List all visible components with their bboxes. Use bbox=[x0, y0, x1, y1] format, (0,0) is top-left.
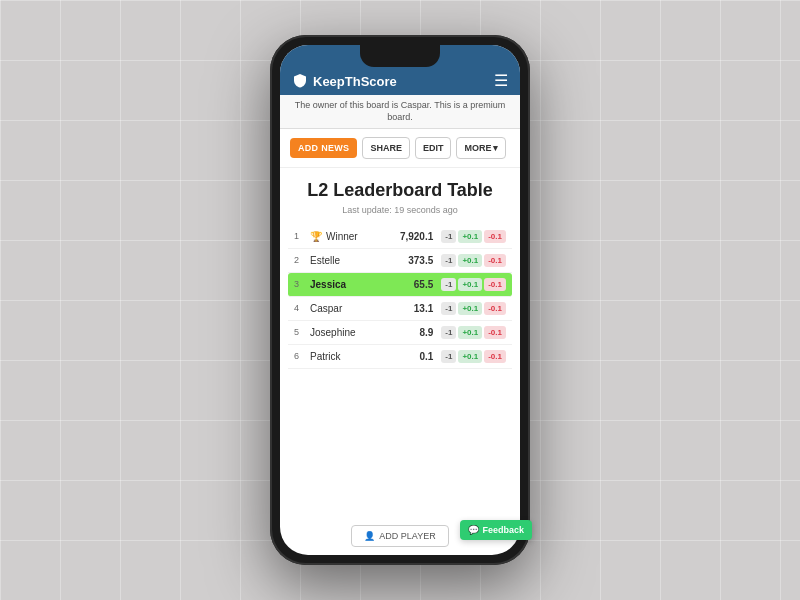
player-name: Caspar bbox=[310, 303, 410, 314]
minus-one-button[interactable]: -1 bbox=[441, 278, 456, 291]
brand-name: KeepThScore bbox=[313, 74, 397, 89]
player-name: Josephine bbox=[310, 327, 415, 338]
minus-one-button[interactable]: -1 bbox=[441, 254, 456, 267]
player-name: Patrick bbox=[310, 351, 415, 362]
player-score: 8.9 bbox=[419, 327, 433, 338]
table-row: 3 Jessica 65.5 -1 +0.1 -0.1 bbox=[288, 273, 512, 297]
table-row: 1 🏆 Winner 7,920.1 -1 +0.1 -0.1 bbox=[288, 225, 512, 249]
edit-button[interactable]: EDIT bbox=[415, 137, 452, 159]
hamburger-icon[interactable]: ☰ bbox=[494, 73, 508, 89]
score-buttons: -1 +0.1 -0.1 bbox=[441, 278, 506, 291]
chevron-down-icon: ▾ bbox=[493, 143, 498, 153]
table-row: 2 Estelle 373.5 -1 +0.1 -0.1 bbox=[288, 249, 512, 273]
player-rank: 5 bbox=[294, 327, 306, 337]
plus-point-one-button[interactable]: +0.1 bbox=[458, 278, 482, 291]
feedback-button[interactable]: 💬 Feedback bbox=[460, 520, 532, 540]
plus-point-one-button[interactable]: +0.1 bbox=[458, 230, 482, 243]
plus-point-one-button[interactable]: +0.1 bbox=[458, 254, 482, 267]
minus-one-button[interactable]: -1 bbox=[441, 230, 456, 243]
title-area: L2 Leaderboard Table Last update: 19 sec… bbox=[280, 168, 520, 225]
action-row: ADD NEWS SHARE EDIT MORE ▾ bbox=[280, 129, 520, 168]
minus-point-one-button[interactable]: -0.1 bbox=[484, 254, 506, 267]
score-buttons: -1 +0.1 -0.1 bbox=[441, 254, 506, 267]
minus-point-one-button[interactable]: -0.1 bbox=[484, 350, 506, 363]
score-buttons: -1 +0.1 -0.1 bbox=[441, 302, 506, 315]
plus-point-one-button[interactable]: +0.1 bbox=[458, 326, 482, 339]
table-row: 5 Josephine 8.9 -1 +0.1 -0.1 bbox=[288, 321, 512, 345]
phone-device: KeepThScore ☰ The owner of this board is… bbox=[270, 35, 530, 565]
player-rank: 2 bbox=[294, 255, 306, 265]
score-buttons: -1 +0.1 -0.1 bbox=[441, 230, 506, 243]
minus-one-button[interactable]: -1 bbox=[441, 350, 456, 363]
trophy-icon: 🏆 bbox=[310, 231, 322, 242]
player-score: 65.5 bbox=[414, 279, 433, 290]
plus-point-one-button[interactable]: +0.1 bbox=[458, 302, 482, 315]
score-buttons: -1 +0.1 -0.1 bbox=[441, 350, 506, 363]
phone-screen: KeepThScore ☰ The owner of this board is… bbox=[280, 45, 520, 555]
minus-point-one-button[interactable]: -0.1 bbox=[484, 230, 506, 243]
feedback-icon: 💬 bbox=[468, 525, 479, 535]
brand: KeepThScore bbox=[292, 73, 397, 89]
more-button[interactable]: MORE ▾ bbox=[456, 137, 506, 159]
player-score: 7,920.1 bbox=[400, 231, 433, 242]
minus-point-one-button[interactable]: -0.1 bbox=[484, 326, 506, 339]
player-rank: 4 bbox=[294, 303, 306, 313]
add-player-icon: 👤 bbox=[364, 531, 375, 541]
table-row: 6 Patrick 0.1 -1 +0.1 -0.1 bbox=[288, 345, 512, 369]
player-score: 373.5 bbox=[408, 255, 433, 266]
share-button[interactable]: SHARE bbox=[362, 137, 410, 159]
player-name: Estelle bbox=[310, 255, 404, 266]
leaderboard: 1 🏆 Winner 7,920.1 -1 +0.1 -0.1 2 Estell… bbox=[280, 225, 520, 517]
shield-icon bbox=[292, 73, 308, 89]
score-buttons: -1 +0.1 -0.1 bbox=[441, 326, 506, 339]
player-name: Jessica bbox=[310, 279, 410, 290]
minus-one-button[interactable]: -1 bbox=[441, 302, 456, 315]
last-update: Last update: 19 seconds ago bbox=[290, 205, 510, 215]
plus-point-one-button[interactable]: +0.1 bbox=[458, 350, 482, 363]
player-rank: 1 bbox=[294, 231, 306, 241]
premium-notice: The owner of this board is Caspar. This … bbox=[280, 95, 520, 129]
minus-point-one-button[interactable]: -0.1 bbox=[484, 302, 506, 315]
player-rank: 3 bbox=[294, 279, 306, 289]
table-row: 4 Caspar 13.1 -1 +0.1 -0.1 bbox=[288, 297, 512, 321]
player-name: Winner bbox=[326, 231, 396, 242]
player-rank: 6 bbox=[294, 351, 306, 361]
minus-point-one-button[interactable]: -0.1 bbox=[484, 278, 506, 291]
board-title: L2 Leaderboard Table bbox=[290, 180, 510, 202]
minus-one-button[interactable]: -1 bbox=[441, 326, 456, 339]
player-score: 13.1 bbox=[414, 303, 433, 314]
player-score: 0.1 bbox=[419, 351, 433, 362]
add-player-button[interactable]: 👤 ADD PLAYER bbox=[351, 525, 448, 547]
add-news-button[interactable]: ADD NEWS bbox=[290, 138, 357, 158]
phone-notch bbox=[360, 45, 440, 67]
